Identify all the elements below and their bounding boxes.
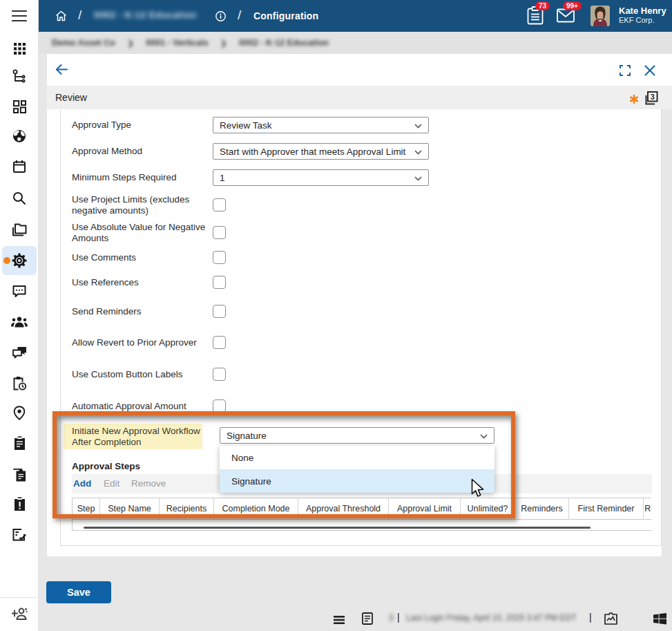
context-breadcrumb-blurred: Demo Asset Co ❯ 0001 - Verticals ❯ 0002 … bbox=[52, 32, 329, 54]
page-title: Configuration bbox=[253, 10, 318, 21]
stack-count-icon: 3 bbox=[644, 91, 659, 106]
clipboard-list-icon bbox=[14, 436, 26, 451]
column-header[interactable]: Reminders bbox=[515, 498, 569, 520]
dashboards-icon bbox=[13, 100, 26, 113]
windows-start-button[interactable] bbox=[653, 613, 666, 628]
use-absolute-value-checkbox[interactable] bbox=[213, 226, 226, 239]
calendar-icon bbox=[12, 160, 26, 173]
user-org: EKF Corp. bbox=[619, 16, 654, 24]
annotation-highlight-rectangle bbox=[52, 411, 515, 518]
chevron-right-icon: ❯ bbox=[221, 39, 227, 47]
messages-button[interactable] bbox=[557, 8, 575, 26]
sidebar-item-hierarchy[interactable] bbox=[0, 62, 39, 90]
mail-icon bbox=[557, 8, 575, 23]
approval-method-select[interactable]: Start with Approver that meets Approval … bbox=[213, 143, 429, 160]
sidebar-item-apps[interactable] bbox=[0, 35, 39, 62]
sidebar-item-clipboard-copy[interactable] bbox=[0, 460, 39, 488]
list-icon bbox=[334, 616, 345, 624]
breadcrumb-entity-blurred[interactable]: 0002 - K-12 Education bbox=[94, 10, 197, 20]
sidebar-item-location[interactable] bbox=[0, 399, 39, 426]
sidebar-item-search[interactable] bbox=[0, 185, 39, 212]
sidebar-item-settings[interactable] bbox=[0, 247, 39, 274]
close-button[interactable] bbox=[644, 65, 655, 79]
sidebar-item-clipboard-clock[interactable] bbox=[0, 369, 39, 397]
chevron-down-icon bbox=[414, 150, 422, 155]
chevron-right-icon: ❯ bbox=[128, 39, 133, 47]
sidebar-item-dashboards[interactable] bbox=[0, 93, 39, 120]
sidebar-item-clipboard-list[interactable] bbox=[0, 429, 39, 457]
status-bar: 3 | Last Login Friday, April 10, 2025 3:… bbox=[0, 607, 672, 631]
hierarchy-icon bbox=[12, 69, 26, 83]
user-avatar[interactable] bbox=[591, 6, 610, 29]
info-button[interactable] bbox=[215, 11, 226, 24]
people-icon bbox=[11, 317, 28, 328]
crumb-verticals[interactable]: 0001 - Verticals bbox=[146, 38, 208, 48]
status-separator: | bbox=[397, 612, 400, 623]
sidebar-item-people[interactable] bbox=[0, 308, 39, 336]
search-icon bbox=[12, 191, 26, 205]
column-header[interactable]: First Reminder bbox=[569, 498, 644, 520]
checkbox-edit-icon bbox=[12, 528, 26, 542]
sidebar-item-comments[interactable] bbox=[0, 278, 39, 305]
sidebar-separator bbox=[0, 597, 39, 598]
location-pin-icon bbox=[13, 406, 26, 420]
use-project-limits-checkbox[interactable] bbox=[213, 198, 226, 211]
clipboard-copy-icon bbox=[12, 467, 26, 482]
status-menu-button[interactable] bbox=[334, 614, 345, 627]
hamburger-menu-icon bbox=[12, 10, 27, 22]
asterisk-icon bbox=[630, 95, 638, 104]
user-name[interactable]: Kate Henry bbox=[619, 6, 666, 16]
field-label: Use Absolute Value for Negative Amounts bbox=[72, 223, 209, 243]
use-comments-checkbox[interactable] bbox=[213, 251, 226, 264]
sidebar-item-calendar[interactable] bbox=[0, 153, 39, 180]
tasks-badge: 73 bbox=[535, 1, 550, 10]
globe-icon bbox=[12, 129, 26, 143]
section-header-bar: Review 3 bbox=[47, 86, 672, 109]
status-fragment-blurred: 3 bbox=[389, 613, 394, 623]
mouse-cursor bbox=[471, 478, 487, 502]
avatar-image bbox=[591, 6, 610, 26]
home-button[interactable] bbox=[55, 10, 67, 24]
status-doc-button[interactable] bbox=[362, 612, 373, 628]
field-label: Use Comments bbox=[72, 251, 209, 264]
back-button[interactable] bbox=[55, 64, 68, 78]
save-button[interactable]: Save bbox=[46, 581, 111, 603]
stack-count-button[interactable]: 3 bbox=[644, 91, 659, 109]
column-header[interactable]: Reminder Frequency bbox=[644, 498, 651, 520]
sidebar-item-globe[interactable] bbox=[0, 122, 39, 150]
sidebar-item-documents[interactable] bbox=[0, 216, 39, 243]
hamburger-menu-button[interactable] bbox=[0, 2, 39, 30]
chevron-down-icon bbox=[414, 176, 422, 181]
approval-type-select[interactable]: Review Task bbox=[213, 117, 429, 133]
field-label: Use References bbox=[72, 276, 209, 289]
crumb-entity[interactable]: 0002 - K-12 Education bbox=[239, 38, 329, 48]
minimum-steps-select[interactable]: 1 bbox=[213, 169, 429, 186]
last-login-blurred: Last Login Friday, April 10, 2025 3:47 P… bbox=[406, 613, 577, 623]
expand-button[interactable] bbox=[620, 65, 631, 79]
sidebar bbox=[0, 0, 39, 631]
sidebar-item-clipboard-alert[interactable] bbox=[0, 490, 39, 518]
crumb-company[interactable]: Demo Asset Co bbox=[52, 38, 115, 48]
sidebar-item-add-person[interactable] bbox=[0, 600, 39, 628]
sidebar-item-conversations[interactable] bbox=[0, 339, 39, 366]
add-person-icon bbox=[12, 608, 28, 620]
field-label: Use Project Limits (excludes negative am… bbox=[72, 195, 209, 215]
status-chart-button[interactable] bbox=[604, 612, 617, 628]
allow-revert-checkbox[interactable] bbox=[213, 336, 226, 349]
top-navigation-bar: / 0002 - K-12 Education / Configuration … bbox=[39, 0, 672, 32]
use-references-checkbox[interactable] bbox=[213, 276, 226, 289]
close-icon bbox=[644, 65, 655, 76]
settings-gear-icon bbox=[12, 253, 27, 268]
field-label: Use Custom Button Labels bbox=[72, 368, 209, 381]
select-value: Start with Approver that meets Approval … bbox=[220, 147, 405, 157]
send-reminders-checkbox[interactable] bbox=[213, 305, 226, 318]
chevron-down-icon bbox=[414, 124, 422, 129]
field-label: Minimum Steps Required bbox=[72, 169, 209, 186]
horizontal-scrollbar-thumb[interactable] bbox=[84, 527, 591, 529]
sidebar-item-checkbox-edit[interactable] bbox=[0, 521, 39, 549]
clipboard-alert-icon bbox=[14, 497, 26, 511]
use-custom-button-labels-checkbox[interactable] bbox=[213, 368, 226, 381]
comment-icon bbox=[12, 285, 26, 299]
section-title: Review bbox=[55, 92, 87, 103]
select-value: 1 bbox=[220, 173, 225, 183]
